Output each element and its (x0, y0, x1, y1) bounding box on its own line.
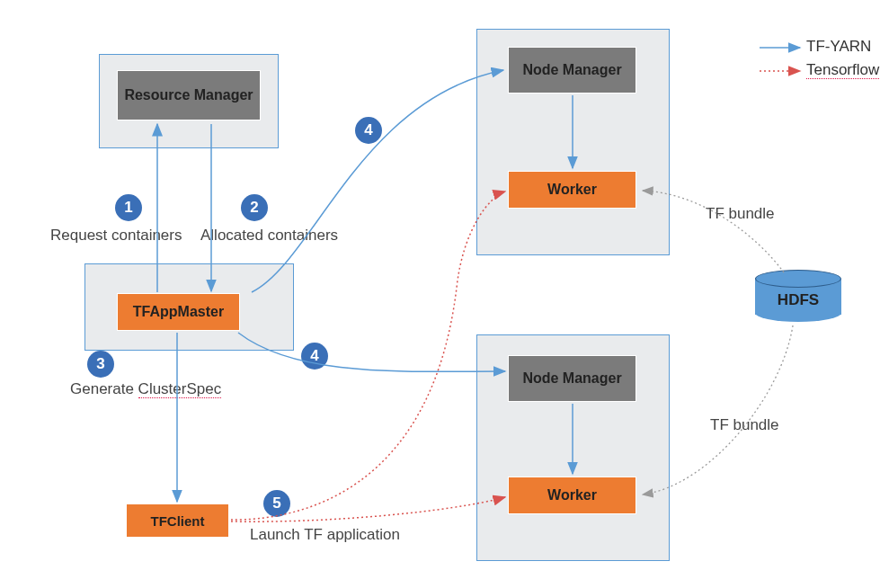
diagram-canvas: Resource Manager TFAppMaster Node Manage… (0, 0, 880, 588)
step-4b-badge: 4 (301, 343, 328, 370)
clusterspec-spell: ClusterSpec (138, 380, 222, 398)
step-1-badge: 1 (115, 194, 142, 221)
step-4a-badge: 4 (355, 117, 382, 144)
tfclient-box: TFClient (126, 503, 229, 538)
generate-clusterspec-label: Generate ClusterSpec (70, 380, 221, 398)
launch-tf-app-label: Launch TF application (250, 526, 400, 544)
step-3-badge: 3 (87, 351, 114, 378)
resource-manager-box: Resource Manager (117, 70, 261, 120)
request-containers-label: Request containers (50, 227, 182, 245)
worker-1-box: Worker (508, 171, 636, 209)
tf-bundle-2-label: TF bundle (710, 416, 779, 434)
legend-tensorflow-label: Tensorflow (806, 61, 879, 79)
node-manager-1-box: Node Manager (508, 47, 636, 94)
tfappmaster-box: TFAppMaster (117, 293, 240, 331)
tf-bundle-1-label: TF bundle (706, 205, 775, 223)
hdfs-cylinder: HDFS (755, 270, 841, 322)
worker-2-box: Worker (508, 477, 636, 514)
step-5-badge: 5 (263, 490, 290, 517)
node-manager-2-box: Node Manager (508, 355, 636, 402)
allocated-containers-label: Allocated containers (200, 227, 338, 245)
legend-tfyarn-label: TF-YARN (806, 38, 871, 56)
arrow-step-4a (252, 70, 503, 292)
hdfs-label: HDFS (755, 291, 841, 309)
step-2-badge: 2 (241, 194, 268, 221)
